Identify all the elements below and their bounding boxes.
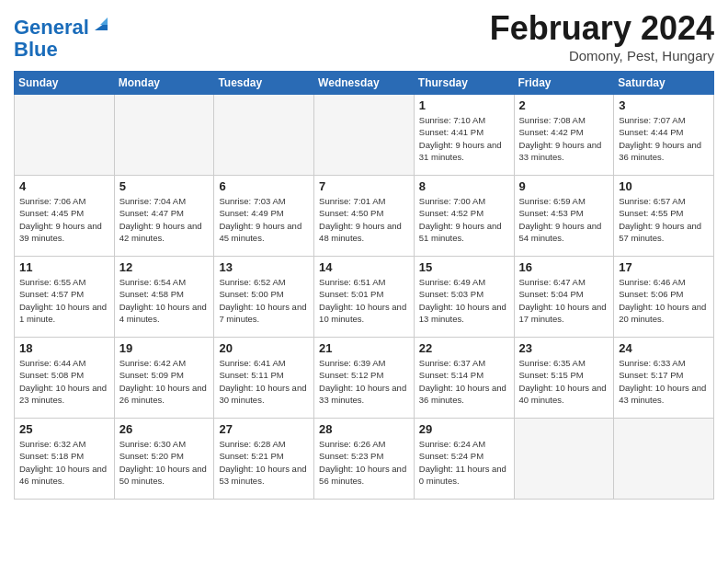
calendar-cell — [15, 95, 115, 176]
day-info: Sunrise: 6:47 AM Sunset: 5:04 PM Dayligh… — [519, 276, 609, 325]
day-info: Sunrise: 6:55 AM Sunset: 4:57 PM Dayligh… — [19, 276, 109, 325]
day-number: 20 — [219, 341, 309, 355]
day-info: Sunrise: 6:26 AM Sunset: 5:23 PM Dayligh… — [319, 438, 409, 487]
day-number: 11 — [19, 260, 109, 274]
day-info: Sunrise: 6:37 AM Sunset: 5:14 PM Dayligh… — [419, 357, 509, 406]
day-number: 13 — [219, 260, 309, 274]
logo-blue: Blue — [14, 38, 58, 61]
calendar-cell: 20Sunrise: 6:41 AM Sunset: 5:11 PM Dayli… — [214, 338, 314, 419]
day-number: 18 — [19, 341, 109, 355]
calendar-cell — [614, 419, 714, 500]
day-info: Sunrise: 7:04 AM Sunset: 4:47 PM Dayligh… — [119, 195, 210, 244]
month-title: February 2024 — [490, 9, 714, 48]
calendar-cell: 21Sunrise: 6:39 AM Sunset: 5:12 PM Dayli… — [314, 338, 415, 419]
calendar-cell — [214, 95, 314, 176]
calendar-cell: 11Sunrise: 6:55 AM Sunset: 4:57 PM Dayli… — [15, 257, 115, 338]
calendar-cell: 23Sunrise: 6:35 AM Sunset: 5:15 PM Dayli… — [514, 338, 614, 419]
day-number: 22 — [419, 341, 509, 355]
day-number: 6 — [219, 179, 309, 193]
day-number: 14 — [319, 260, 409, 274]
day-info: Sunrise: 7:01 AM Sunset: 4:50 PM Dayligh… — [319, 195, 409, 244]
day-info: Sunrise: 6:41 AM Sunset: 5:11 PM Dayligh… — [219, 357, 309, 406]
location: Domony, Pest, Hungary — [490, 48, 714, 63]
col-header-thursday: Thursday — [414, 72, 514, 95]
calendar-cell: 27Sunrise: 6:28 AM Sunset: 5:21 PM Dayli… — [214, 419, 314, 500]
day-number: 10 — [619, 179, 709, 193]
day-info: Sunrise: 6:49 AM Sunset: 5:03 PM Dayligh… — [419, 276, 509, 325]
calendar-cell: 19Sunrise: 6:42 AM Sunset: 5:09 PM Dayli… — [114, 338, 214, 419]
day-info: Sunrise: 7:03 AM Sunset: 4:49 PM Dayligh… — [219, 195, 309, 244]
calendar-cell: 15Sunrise: 6:49 AM Sunset: 5:03 PM Dayli… — [414, 257, 514, 338]
calendar-cell: 16Sunrise: 6:47 AM Sunset: 5:04 PM Dayli… — [514, 257, 614, 338]
day-info: Sunrise: 6:28 AM Sunset: 5:21 PM Dayligh… — [219, 438, 309, 487]
day-info: Sunrise: 6:57 AM Sunset: 4:55 PM Dayligh… — [619, 195, 709, 244]
day-info: Sunrise: 6:44 AM Sunset: 5:08 PM Dayligh… — [19, 357, 109, 406]
day-number: 1 — [419, 98, 509, 112]
day-number: 29 — [419, 422, 509, 436]
calendar-cell: 17Sunrise: 6:46 AM Sunset: 5:06 PM Dayli… — [614, 257, 714, 338]
day-number: 12 — [119, 260, 210, 274]
calendar-cell: 24Sunrise: 6:33 AM Sunset: 5:17 PM Dayli… — [614, 338, 714, 419]
day-info: Sunrise: 6:32 AM Sunset: 5:18 PM Dayligh… — [19, 438, 109, 487]
calendar-cell — [314, 95, 415, 176]
day-info: Sunrise: 7:10 AM Sunset: 4:41 PM Dayligh… — [419, 114, 509, 163]
calendar-cell: 29Sunrise: 6:24 AM Sunset: 5:24 PM Dayli… — [414, 419, 514, 500]
calendar-cell: 5Sunrise: 7:04 AM Sunset: 4:47 PM Daylig… — [114, 176, 214, 257]
day-info: Sunrise: 6:59 AM Sunset: 4:53 PM Dayligh… — [519, 195, 609, 244]
day-number: 8 — [419, 179, 509, 193]
calendar-week-4: 18Sunrise: 6:44 AM Sunset: 5:08 PM Dayli… — [15, 338, 714, 419]
calendar-cell: 12Sunrise: 6:54 AM Sunset: 4:58 PM Dayli… — [114, 257, 214, 338]
calendar-cell: 13Sunrise: 6:52 AM Sunset: 5:00 PM Dayli… — [214, 257, 314, 338]
logo: General Blue — [14, 17, 111, 61]
day-number: 16 — [519, 260, 609, 274]
calendar-cell: 18Sunrise: 6:44 AM Sunset: 5:08 PM Dayli… — [15, 338, 115, 419]
calendar-cell: 2Sunrise: 7:08 AM Sunset: 4:42 PM Daylig… — [514, 95, 614, 176]
calendar-cell: 4Sunrise: 7:06 AM Sunset: 4:45 PM Daylig… — [15, 176, 115, 257]
svg-marker-1 — [100, 17, 108, 25]
col-header-sunday: Sunday — [15, 72, 115, 95]
day-number: 23 — [519, 341, 609, 355]
col-header-tuesday: Tuesday — [214, 72, 314, 95]
calendar-week-2: 4Sunrise: 7:06 AM Sunset: 4:45 PM Daylig… — [15, 176, 714, 257]
calendar-cell: 8Sunrise: 7:00 AM Sunset: 4:52 PM Daylig… — [414, 176, 514, 257]
day-number: 26 — [119, 422, 210, 436]
calendar-cell: 25Sunrise: 6:32 AM Sunset: 5:18 PM Dayli… — [15, 419, 115, 500]
day-info: Sunrise: 6:54 AM Sunset: 4:58 PM Dayligh… — [119, 276, 210, 325]
day-number: 15 — [419, 260, 509, 274]
calendar-cell: 7Sunrise: 7:01 AM Sunset: 4:50 PM Daylig… — [314, 176, 415, 257]
day-number: 21 — [319, 341, 409, 355]
calendar-cell: 22Sunrise: 6:37 AM Sunset: 5:14 PM Dayli… — [414, 338, 514, 419]
col-header-saturday: Saturday — [614, 72, 714, 95]
day-number: 27 — [219, 422, 309, 436]
calendar-cell: 1Sunrise: 7:10 AM Sunset: 4:41 PM Daylig… — [414, 95, 514, 176]
col-header-monday: Monday — [114, 72, 214, 95]
calendar-cell: 6Sunrise: 7:03 AM Sunset: 4:49 PM Daylig… — [214, 176, 314, 257]
day-number: 17 — [619, 260, 709, 274]
day-info: Sunrise: 6:51 AM Sunset: 5:01 PM Dayligh… — [319, 276, 409, 325]
day-info: Sunrise: 7:08 AM Sunset: 4:42 PM Dayligh… — [519, 114, 609, 163]
calendar-week-5: 25Sunrise: 6:32 AM Sunset: 5:18 PM Dayli… — [15, 419, 714, 500]
day-number: 2 — [519, 98, 609, 112]
col-header-friday: Friday — [514, 72, 614, 95]
day-info: Sunrise: 7:06 AM Sunset: 4:45 PM Dayligh… — [19, 195, 109, 244]
day-info: Sunrise: 6:39 AM Sunset: 5:12 PM Dayligh… — [319, 357, 409, 406]
day-info: Sunrise: 6:46 AM Sunset: 5:06 PM Dayligh… — [619, 276, 709, 325]
calendar-table: SundayMondayTuesdayWednesdayThursdayFrid… — [14, 71, 714, 500]
day-number: 9 — [519, 179, 609, 193]
day-number: 25 — [19, 422, 109, 436]
calendar-cell: 14Sunrise: 6:51 AM Sunset: 5:01 PM Dayli… — [314, 257, 415, 338]
calendar-cell: 3Sunrise: 7:07 AM Sunset: 4:44 PM Daylig… — [614, 95, 714, 176]
calendar-cell: 9Sunrise: 6:59 AM Sunset: 4:53 PM Daylig… — [514, 176, 614, 257]
calendar-cell: 26Sunrise: 6:30 AM Sunset: 5:20 PM Dayli… — [114, 419, 214, 500]
day-info: Sunrise: 6:52 AM Sunset: 5:00 PM Dayligh… — [219, 276, 309, 325]
day-number: 19 — [119, 341, 210, 355]
day-info: Sunrise: 7:07 AM Sunset: 4:44 PM Dayligh… — [619, 114, 709, 163]
calendar-week-1: 1Sunrise: 7:10 AM Sunset: 4:41 PM Daylig… — [15, 95, 714, 176]
day-info: Sunrise: 6:24 AM Sunset: 5:24 PM Dayligh… — [419, 438, 509, 487]
calendar-week-3: 11Sunrise: 6:55 AM Sunset: 4:57 PM Dayli… — [15, 257, 714, 338]
header-row: SundayMondayTuesdayWednesdayThursdayFrid… — [15, 72, 714, 95]
logo-general: General — [14, 16, 89, 39]
col-header-wednesday: Wednesday — [314, 72, 415, 95]
day-info: Sunrise: 7:00 AM Sunset: 4:52 PM Dayligh… — [419, 195, 509, 244]
day-number: 7 — [319, 179, 409, 193]
